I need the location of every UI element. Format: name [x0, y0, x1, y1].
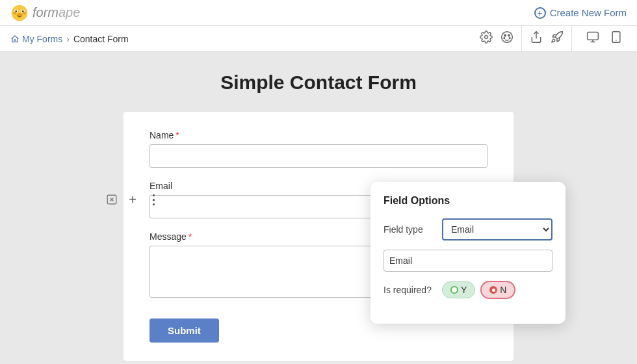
- palette-icon[interactable]: [500, 31, 514, 47]
- settings-group: [469, 26, 521, 52]
- breadcrumb-separator: ›: [66, 34, 70, 44]
- mobile-view-button[interactable]: [606, 28, 627, 49]
- share-group: [521, 26, 571, 52]
- app-header: formape + Create New Form: [0, 0, 637, 26]
- rocket-icon[interactable]: [551, 31, 564, 47]
- settings-icon[interactable]: [480, 31, 493, 47]
- delete-field-button[interactable]: [104, 192, 120, 207]
- name-label: Name *: [150, 130, 488, 140]
- is-required-label: Is required?: [384, 285, 442, 295]
- field-name-input[interactable]: [384, 250, 552, 272]
- field-type-select[interactable]: Text Email Textarea Number Date: [442, 218, 552, 240]
- home-icon: [10, 34, 20, 44]
- is-required-row: Is required? Y N: [384, 281, 552, 299]
- sub-header-actions: [469, 26, 627, 52]
- more-options-button[interactable]: ⋮: [146, 192, 161, 207]
- required-yes-button[interactable]: Y: [442, 281, 475, 298]
- field-type-row: Field type Text Email Textarea Number Da…: [384, 218, 552, 240]
- popup-title: Field Options: [384, 195, 552, 207]
- breadcrumb-home[interactable]: My Forms: [10, 34, 62, 44]
- message-required-star: *: [188, 231, 192, 242]
- name-field-group: Name *: [150, 130, 488, 168]
- yes-radio-dot: [450, 286, 458, 294]
- add-field-button[interactable]: +: [125, 192, 140, 207]
- logo-text: formape: [32, 5, 80, 20]
- logo: formape: [10, 4, 80, 22]
- desktop-view-button[interactable]: [582, 28, 603, 49]
- share-icon[interactable]: [530, 31, 543, 47]
- name-input[interactable]: [150, 144, 488, 168]
- breadcrumb: My Forms › Contact Form: [10, 34, 469, 44]
- create-new-button[interactable]: + Create New Form: [534, 7, 627, 19]
- field-actions: + ⋮: [104, 192, 161, 207]
- svg-point-12: [504, 38, 505, 39]
- plus-circle-icon: +: [534, 7, 546, 19]
- form-title: Simple Contact Form: [124, 72, 514, 94]
- view-toggle: [571, 26, 627, 52]
- field-type-label: Field type: [384, 224, 442, 235]
- required-toggle: Y N: [442, 281, 515, 299]
- svg-rect-15: [588, 32, 599, 40]
- field-name-row: [384, 250, 552, 272]
- svg-point-8: [485, 36, 488, 39]
- logo-icon: [10, 4, 29, 22]
- svg-point-7: [22, 11, 25, 14]
- name-required-star: *: [176, 130, 179, 140]
- submit-button[interactable]: Submit: [150, 318, 219, 343]
- svg-point-13: [509, 38, 510, 39]
- no-radio-dot: [489, 286, 497, 294]
- sub-header: My Forms › Contact Form: [0, 26, 637, 52]
- svg-point-6: [13, 11, 16, 14]
- field-options-popup: Field Options Field type Text Email Text…: [370, 182, 566, 324]
- svg-rect-18: [612, 32, 620, 43]
- main-content: Simple Contact Form Name *: [0, 52, 637, 364]
- svg-point-11: [508, 34, 510, 36]
- required-no-button[interactable]: N: [480, 281, 515, 299]
- breadcrumb-current: Contact Form: [73, 34, 129, 44]
- svg-point-10: [504, 34, 506, 36]
